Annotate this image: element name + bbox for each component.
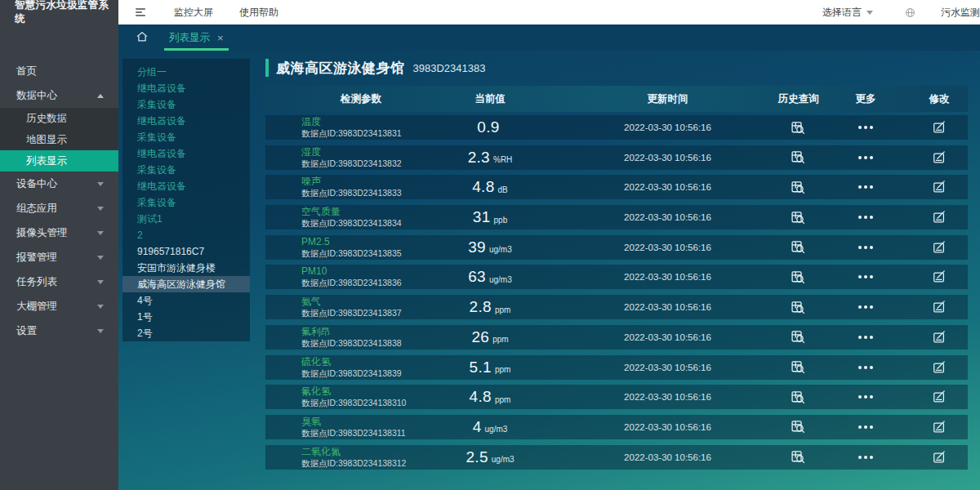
edit-button[interactable] bbox=[929, 148, 949, 167]
device-list-item[interactable]: 采集设备 bbox=[122, 96, 250, 113]
topbar-link-help[interactable]: 使用帮助 bbox=[239, 6, 278, 20]
current-value: 4 ug/m3 bbox=[421, 415, 559, 439]
param-name: 臭氧 bbox=[301, 416, 321, 427]
sidebar-item[interactable]: 数据中心 bbox=[0, 83, 118, 108]
edit-icon bbox=[931, 419, 947, 435]
param-name: 硫化氢 bbox=[301, 357, 331, 368]
table-header: 检测参数 当前值 更新时间 历史查询 更多 修改 bbox=[265, 86, 968, 112]
more-button[interactable] bbox=[857, 184, 875, 190]
edit-button[interactable] bbox=[929, 327, 949, 347]
param-name: 湿度 bbox=[301, 147, 321, 158]
value-unit: ug/m3 bbox=[489, 275, 512, 284]
topbar-link-monitor-screen[interactable]: 监控大屏 bbox=[174, 6, 213, 20]
param-name: 温度 bbox=[301, 117, 321, 127]
more-button[interactable] bbox=[857, 364, 875, 371]
history-query-button[interactable] bbox=[788, 177, 808, 198]
more-button[interactable] bbox=[857, 334, 875, 341]
sidebar-item[interactable]: 摄像头管理 bbox=[0, 220, 118, 245]
more-button[interactable] bbox=[857, 154, 875, 161]
history-query-button[interactable] bbox=[788, 447, 808, 467]
device-list-item[interactable]: 2 bbox=[122, 227, 250, 243]
history-query-button[interactable] bbox=[788, 147, 808, 167]
value-number: 5.1 bbox=[470, 359, 492, 376]
tab-list-display[interactable]: 列表显示 × bbox=[158, 24, 235, 51]
device-list-item[interactable]: 测试1 bbox=[122, 211, 250, 227]
more-button[interactable] bbox=[857, 304, 875, 310]
device-list-item[interactable]: 采集设备 bbox=[122, 194, 250, 211]
device-list-item[interactable]: 1号 bbox=[122, 309, 250, 325]
device-list-item[interactable]: 继电器设备 bbox=[122, 145, 250, 162]
device-list-item[interactable]: 4号 bbox=[122, 292, 250, 309]
close-icon[interactable]: × bbox=[217, 33, 224, 43]
history-query-button[interactable] bbox=[788, 327, 808, 347]
sidebar-item[interactable]: 任务列表 bbox=[0, 270, 118, 294]
history-search-icon bbox=[790, 448, 807, 466]
param-point-id: 数据点ID:3983D234138312 bbox=[301, 458, 406, 468]
chevron-down-icon bbox=[97, 231, 104, 235]
sidebar-item[interactable]: 首页 bbox=[0, 59, 118, 83]
sidebar-item[interactable]: 大棚管理 bbox=[0, 294, 118, 318]
edit-button[interactable] bbox=[929, 207, 949, 227]
device-list-item[interactable]: 继电器设备 bbox=[122, 113, 250, 129]
more-button[interactable] bbox=[857, 424, 875, 430]
history-query-button[interactable] bbox=[788, 297, 808, 318]
value-unit: ppm bbox=[492, 335, 508, 344]
more-button[interactable] bbox=[857, 244, 875, 251]
history-query-button[interactable] bbox=[788, 118, 808, 138]
more-button[interactable] bbox=[857, 124, 875, 131]
more-button[interactable] bbox=[857, 394, 875, 400]
edit-button[interactable] bbox=[929, 238, 949, 257]
table-row: PM2.5 数据点ID:3983D23413835 39 ug/m3 2022-… bbox=[265, 235, 968, 260]
globe-icon[interactable] bbox=[904, 7, 916, 19]
device-list-item[interactable]: 分组一 bbox=[122, 64, 250, 80]
current-value: 63 ug/m3 bbox=[421, 265, 559, 289]
history-query-button[interactable] bbox=[788, 207, 808, 228]
edit-icon bbox=[931, 359, 947, 376]
update-time: 2022-03-30 10:56:16 bbox=[559, 295, 776, 319]
sidebar-item[interactable]: 报警管理 bbox=[0, 245, 118, 270]
device-list-item[interactable]: 威海高区游泳健身馆 bbox=[122, 276, 250, 292]
value-number: 39 bbox=[468, 238, 486, 256]
edit-button[interactable] bbox=[929, 267, 949, 287]
more-button[interactable] bbox=[857, 274, 875, 280]
more-button[interactable] bbox=[857, 454, 875, 461]
edit-button[interactable] bbox=[929, 297, 949, 317]
edit-button[interactable] bbox=[929, 448, 949, 467]
sidebar-subitem[interactable]: 历史数据 bbox=[0, 108, 118, 129]
current-value: 26 ppm bbox=[421, 325, 559, 350]
user-account-label[interactable]: 污水监测 bbox=[941, 6, 980, 20]
device-list-item[interactable]: 9196571816C7 bbox=[122, 243, 250, 260]
device-list-item[interactable]: 安国市游泳健身楼 bbox=[122, 260, 250, 276]
edit-button[interactable] bbox=[929, 177, 949, 197]
device-list-item[interactable]: 采集设备 bbox=[122, 162, 250, 178]
collapse-menu-icon[interactable] bbox=[133, 6, 148, 19]
table-row: 湿度 数据点ID:3983D23413832 2.3 %RH 2022-03-3… bbox=[265, 145, 968, 170]
device-list-item[interactable]: 采集设备 bbox=[122, 129, 250, 145]
home-icon[interactable] bbox=[135, 29, 149, 44]
edit-button[interactable] bbox=[929, 118, 949, 137]
edit-button[interactable] bbox=[929, 417, 949, 437]
more-button[interactable] bbox=[857, 214, 875, 220]
history-query-button[interactable] bbox=[788, 267, 808, 287]
sidebar-item[interactable]: 设备中心 bbox=[0, 172, 118, 196]
history-search-icon bbox=[790, 389, 807, 406]
history-query-button[interactable] bbox=[788, 357, 808, 377]
page-title-row: 威海高区游泳健身馆 3983D2341383 bbox=[265, 57, 485, 78]
history-search-icon bbox=[790, 328, 807, 345]
history-query-button[interactable] bbox=[788, 416, 808, 437]
edit-button[interactable] bbox=[929, 358, 949, 377]
sidebar-item[interactable]: 组态应用 bbox=[0, 196, 118, 220]
history-query-button[interactable] bbox=[788, 237, 808, 257]
value-unit: ppm bbox=[495, 395, 510, 404]
history-search-icon bbox=[790, 119, 807, 136]
sidebar-item[interactable]: 设置 bbox=[0, 318, 118, 343]
edit-button[interactable] bbox=[929, 387, 949, 407]
table-row: PM10 数据点ID:3983D23413836 63 ug/m3 2022-0… bbox=[265, 265, 968, 289]
device-list-item[interactable]: 2号 bbox=[122, 325, 250, 341]
sidebar-subitem[interactable]: 列表显示 bbox=[0, 150, 118, 172]
sidebar-subitem[interactable]: 地图显示 bbox=[0, 129, 118, 150]
device-list-item[interactable]: 继电器设备 bbox=[122, 178, 250, 194]
history-query-button[interactable] bbox=[788, 387, 808, 408]
language-selector[interactable]: 选择语言 bbox=[822, 6, 873, 20]
device-list-item[interactable]: 继电器设备 bbox=[122, 80, 250, 96]
